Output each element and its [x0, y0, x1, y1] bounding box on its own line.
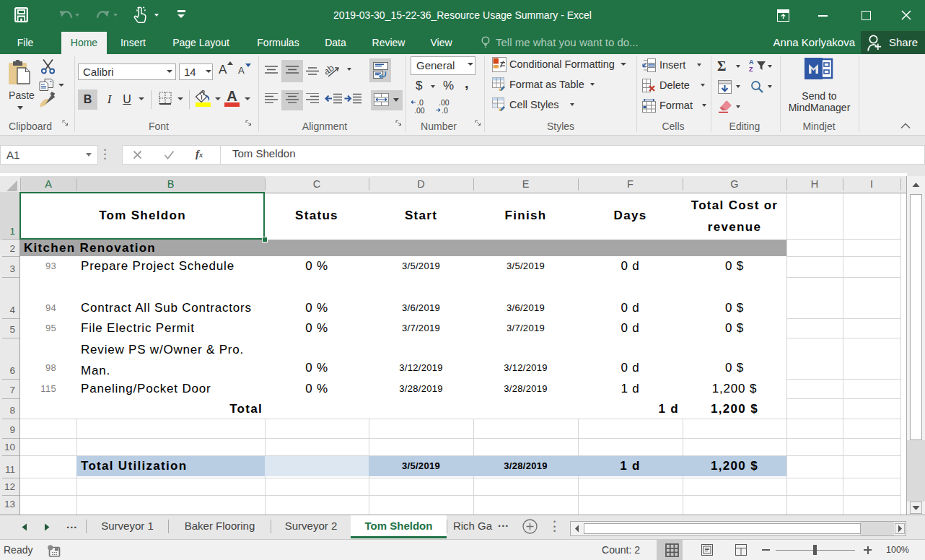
svg-text:.00: .00	[414, 106, 425, 115]
svg-text:.0: .0	[442, 106, 448, 115]
